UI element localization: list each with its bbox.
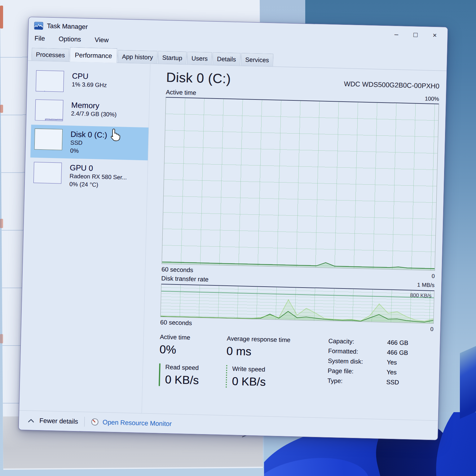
transfer-scale-label: 1 MB/s [417, 282, 435, 289]
cpu-mini-chart [36, 70, 64, 92]
cpu-title: CPU [72, 71, 107, 81]
system-disk-value: Yes [387, 359, 408, 367]
system-disk-label: System disk: [328, 357, 375, 366]
stat-avg-response: Average response time 0 ms [226, 335, 320, 360]
active-time-label: Active time [166, 89, 196, 96]
formatted-value: 466 GB [387, 349, 408, 357]
sidebar-item-disk0[interactable]: Disk 0 (C:) SSD 0% [30, 125, 148, 160]
transfer-min: 0 [430, 326, 434, 333]
menu-options[interactable]: Options [59, 35, 81, 43]
performance-sidebar: CPU 1% 3.69 GHz Memory 2.4/7.9 GB (30%) … [19, 61, 150, 413]
resource-monitor-icon [91, 418, 99, 426]
page-file-label: Page file: [328, 367, 374, 376]
disk-title: Disk 0 (C:) [70, 129, 107, 139]
maximize-button[interactable]: □ [406, 28, 425, 42]
chevron-up-icon [28, 418, 34, 423]
active-time-min: 0 [432, 273, 435, 280]
stat-write-speed: Write speed 0 KB/s [226, 365, 319, 390]
type-label: Type: [327, 377, 374, 386]
disk-stats: Active time 0% Average response time 0 m… [159, 333, 433, 393]
disk-detail-pane: Disk 0 (C:) WDC WDS500G2B0C-00PXH0 Activ… [142, 64, 447, 421]
disk-percent: 0% [70, 147, 107, 156]
stat-read-speed: Read speed 0 KB/s [159, 364, 218, 388]
left-edge-mark [0, 219, 3, 228]
left-edge-mark [0, 334, 3, 343]
hand-cursor-icon [109, 127, 121, 142]
transfer-rate-label: Disk transfer rate [161, 275, 209, 283]
tab-performance[interactable]: Performance [70, 47, 117, 63]
gpu-percent: 0% (24 °C) [69, 180, 127, 190]
tab-services[interactable]: Services [241, 53, 274, 67]
tab-processes[interactable]: Processes [32, 48, 69, 61]
footer-separator [84, 417, 85, 427]
disk-model: WDC WDS500G2B0C-00PXH0 [344, 80, 440, 90]
type-value: SSD [386, 379, 407, 386]
memory-subtitle: 2.4/7.9 GB (30%) [71, 109, 117, 119]
left-edge-mark [0, 105, 3, 113]
sidebar-item-memory[interactable]: Memory 2.4/7.9 GB (30%) [31, 95, 149, 127]
tab-app-history[interactable]: App history [117, 50, 157, 64]
active-time-chart [162, 97, 439, 271]
fewer-details-button[interactable]: Fewer details [28, 416, 78, 425]
disk-properties-table: Capacity: 466 GB Formatted: 466 GB Syste… [327, 337, 408, 392]
left-edge-mark [0, 6, 3, 29]
capacity-value: 466 GB [387, 339, 408, 347]
minimize-button[interactable]: – [386, 28, 406, 41]
tab-users[interactable]: Users [187, 52, 212, 65]
memory-mini-chart [35, 99, 64, 121]
gpu-title: GPU 0 [70, 163, 127, 174]
gpu-mini-chart [33, 162, 62, 184]
memory-title: Memory [71, 100, 117, 111]
disk-transfer-rate-chart: 800 KB/s [160, 284, 434, 324]
formatted-label: Formatted: [328, 347, 375, 356]
page-file-value: Yes [386, 369, 408, 377]
menu-view[interactable]: View [95, 36, 109, 44]
active-time-max: 100% [425, 95, 439, 102]
menu-file[interactable]: File [34, 34, 45, 42]
cpu-subtitle: 1% 3.69 GHz [72, 80, 107, 89]
stat-active-time: Active time 0% [159, 333, 219, 358]
bloom-edge-sliver [460, 346, 476, 419]
close-button[interactable]: × [425, 29, 444, 42]
timespan-label: 60 seconds [161, 266, 193, 274]
window-title: Task Manager [47, 22, 88, 30]
sidebar-item-cpu[interactable]: CPU 1% 3.69 GHz [32, 66, 150, 98]
task-manager-app-icon [34, 22, 43, 30]
disk-mini-chart [34, 129, 63, 150]
sidebar-item-gpu0[interactable]: GPU 0 Radeon RX 580 Ser... 0% (24 °C) [29, 158, 148, 194]
page-title: Disk 0 (C:) [166, 70, 231, 86]
tab-details[interactable]: Details [213, 52, 240, 66]
disk-subtitle: SSD [70, 139, 107, 148]
task-manager-window: Task Manager – □ × File Options View Pro… [18, 17, 448, 440]
open-resource-monitor-link[interactable]: Open Resource Monitor [91, 418, 172, 428]
tab-startup[interactable]: Startup [158, 51, 187, 64]
timespan2-label: 60 seconds [160, 319, 192, 327]
capacity-label: Capacity: [328, 337, 375, 346]
